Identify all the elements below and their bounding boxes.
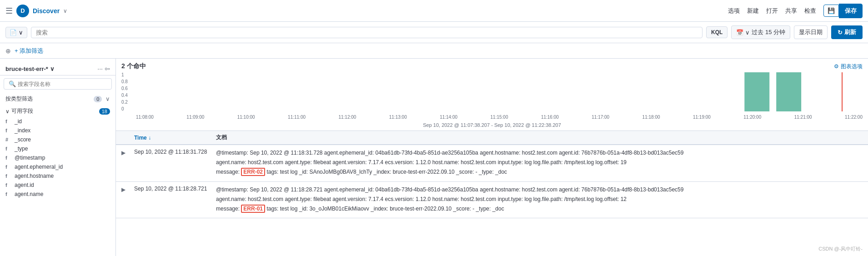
navbar: ☰ D Discover ∨ 选项 新建 打开 共享 检查 💾 保存 — [0, 0, 868, 22]
sidebar-field-item[interactable]: fagent.id — [0, 181, 115, 190]
field-type-badge: f — [5, 128, 12, 133]
share-action[interactable]: 共享 — [785, 7, 797, 15]
time-picker[interactable]: 📅 ∨ 过去 15 分钟 — [731, 25, 790, 39]
time-cell: Sep 10, 2022 @ 11:18:28.721 — [130, 186, 212, 192]
chart-header: 2 个命中 ⚙ 图表选项 — [121, 62, 863, 70]
index-pattern-button[interactable]: bruce-test-err-* ∨ — [5, 65, 55, 72]
field-type-badge: f — [5, 119, 12, 124]
search-field-input[interactable] — [18, 81, 107, 87]
sidebar-field-item[interactable]: f_index — [0, 126, 115, 135]
document-icon: 📄 — [10, 29, 17, 36]
doc-line-3: message: ERR-01 tags: test log _id: 3o_o… — [216, 205, 864, 213]
field-type-badge: f — [5, 173, 12, 179]
index-selector-chevron: ∨ — [19, 29, 23, 36]
date-toggle-button[interactable]: 显示日期 — [794, 25, 828, 39]
nav-right: 选项 新建 打开 共享 检查 💾 保存 — [728, 4, 863, 18]
doc-line-2: agent.name: host2.test.com agent.type: f… — [216, 158, 864, 167]
field-name: @timestamp — [15, 155, 110, 161]
field-name: agent.hostname — [15, 173, 110, 179]
available-fields-label: ∨ 可用字段 — [5, 107, 33, 115]
chevron-down-icon[interactable]: ∨ — [63, 8, 67, 14]
time-picker-chevron: ∨ — [745, 29, 750, 36]
app-avatar: D — [16, 5, 29, 17]
time-col-header[interactable]: Time ↓ — [130, 135, 212, 141]
message-prefix: message: — [216, 206, 241, 212]
search-field-wrap: 🔍 — [4, 78, 112, 90]
sidebar-field-item[interactable]: fagent.name — [0, 190, 115, 199]
refresh-label: 刷新 — [844, 28, 856, 36]
expand-cell[interactable]: ▶ — [116, 149, 130, 156]
save-button[interactable]: 保存 — [839, 4, 863, 18]
add-filter-button[interactable]: + 添加筛选 — [15, 47, 43, 55]
chart-options-button[interactable]: ⚙ 图表选项 — [834, 63, 863, 70]
save-icon-button[interactable]: 💾 — [823, 5, 839, 17]
main-layout: bruce-test-err-* ∨ ··· ⇦ 🔍 按类型筛选 0 ∨ ∨ 可… — [0, 59, 868, 256]
doc-cell: @timestamp: Sep 10, 2022 @ 11:18:31.728 … — [212, 149, 868, 178]
doc-line-2: agent.name: host2.test.com agent.type: f… — [216, 195, 864, 204]
sidebar-field-item[interactable]: f@timestamp — [0, 153, 115, 162]
time-label: 过去 15 分钟 — [752, 28, 785, 36]
doc-line-1: @timestamp: Sep 10, 2022 @ 11:18:28.721 … — [216, 186, 864, 194]
doc-col-header: 文档 — [212, 134, 868, 141]
content-area: 2 个命中 ⚙ 图表选项 1 0.8 0.6 0.4 0.2 0 — [116, 59, 868, 256]
field-name: agent.ephemeral_id — [15, 164, 110, 170]
doc-line-3-suffix: tags: test log _id: 3o_oJoMB01cEikMiaovv… — [265, 206, 504, 212]
refresh-button[interactable]: ↻ 刷新 — [831, 25, 863, 39]
message-prefix: message: — [216, 169, 241, 175]
search-input[interactable] — [36, 29, 697, 36]
table-rows: ▶ Sep 10, 2022 @ 11:18:31.728 @timestamp… — [116, 145, 868, 218]
sidebar-field-item[interactable]: fagent.ephemeral_id — [0, 162, 115, 171]
sidebar: bruce-test-err-* ∨ ··· ⇦ 🔍 按类型筛选 0 ∨ ∨ 可… — [0, 59, 116, 256]
chart-y-labels: 1 0.8 0.6 0.4 0.2 0 — [121, 72, 134, 111]
results-table: Time ↓ 文档 ▶ Sep 10, 2022 @ 11:18:31.728 … — [116, 131, 868, 256]
filter-type-count-badge: 0 ∨ — [94, 95, 110, 102]
filter-type-label: 按类型筛选 — [5, 95, 33, 103]
sidebar-field-item[interactable]: #_score — [0, 135, 115, 144]
new-action[interactable]: 新建 — [747, 7, 759, 15]
table-row-inner[interactable]: ▶ Sep 10, 2022 @ 11:18:28.721 @timestamp… — [116, 182, 868, 218]
chart-area: 2 个命中 ⚙ 图表选项 1 0.8 0.6 0.4 0.2 0 — [116, 59, 868, 131]
gear-icon: ⚙ — [834, 63, 839, 70]
message-highlight: ERR-02 — [241, 168, 265, 176]
field-name: _id — [15, 118, 110, 125]
open-action[interactable]: 打开 — [766, 7, 778, 15]
search-input-wrap — [31, 27, 702, 38]
search-field-icon: 🔍 — [9, 80, 16, 87]
index-chevron-icon: ∨ — [50, 65, 55, 72]
inspect-action[interactable]: 检查 — [804, 7, 816, 15]
calendar-icon: 📅 — [736, 29, 743, 36]
available-count-badge: 18 — [99, 108, 110, 115]
doc-cell: @timestamp: Sep 10, 2022 @ 11:18:28.721 … — [212, 186, 868, 215]
filter-type-chevron: ∨ — [105, 95, 110, 102]
field-type-badge: f — [5, 191, 12, 197]
field-type-badge: f — [5, 146, 12, 151]
index-selector[interactable]: 📄 ∨ — [5, 27, 27, 38]
chart-inner: 11:08:00 11:09:00 11:10:00 11:11:00 11:1… — [136, 72, 863, 122]
index-collapse-icon[interactable]: ⇦ — [105, 65, 110, 72]
expand-cell[interactable]: ▶ — [116, 186, 130, 193]
hamburger-icon[interactable]: ☰ — [5, 6, 13, 16]
chart-svg — [136, 72, 863, 111]
chart-time-range: Sep 10, 2022 @ 11:07:38.207 - Sep 10, 20… — [121, 122, 863, 131]
sidebar-field-item[interactable]: fagent.hostname — [0, 171, 115, 181]
svg-rect-1 — [744, 72, 769, 111]
available-fields-header: ∨ 可用字段 18 — [0, 105, 115, 117]
options-action[interactable]: 选项 — [728, 7, 740, 15]
doc-line-3-suffix: tags: test log _id: SAnoJoMBg0BAV8_lchTy… — [265, 169, 507, 175]
kql-button[interactable]: KQL — [706, 26, 728, 38]
index-dots-icon[interactable]: ··· — [97, 65, 103, 72]
chart-x-labels: 11:08:00 11:09:00 11:10:00 11:11:00 11:1… — [136, 114, 863, 120]
table-row-inner[interactable]: ▶ Sep 10, 2022 @ 11:18:31.728 @timestamp… — [116, 145, 868, 181]
app-name[interactable]: Discover — [33, 7, 60, 15]
doc-line-3: message: ERR-02 tags: test log _id: SAno… — [216, 168, 864, 176]
sidebar-field-item[interactable]: f_type — [0, 144, 115, 153]
field-type-badge: # — [5, 137, 12, 142]
filter-type-row[interactable]: 按类型筛选 0 ∨ — [0, 93, 115, 105]
sidebar-field-item[interactable]: f_id — [0, 117, 115, 126]
index-pattern-row: bruce-test-err-* ∨ ··· ⇦ — [0, 62, 115, 75]
table-row: ▶ Sep 10, 2022 @ 11:18:31.728 @timestamp… — [116, 145, 868, 182]
refresh-icon: ↻ — [838, 29, 843, 36]
index-pattern-label: bruce-test-err-* — [5, 65, 48, 72]
field-name: _score — [15, 136, 110, 143]
field-name: _type — [15, 146, 110, 152]
